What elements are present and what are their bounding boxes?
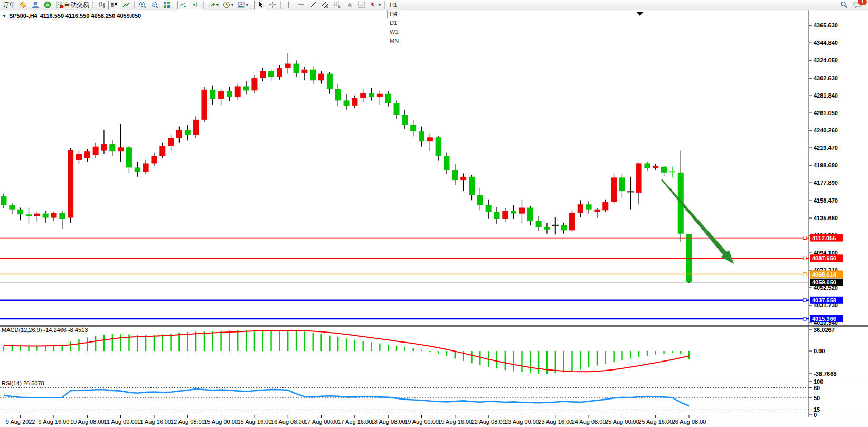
fibonacci-button[interactable]: F: [332, 1, 343, 10]
candle-body: [452, 170, 458, 180]
pane-separator[interactable]: [0, 325, 868, 326]
price-line-handle[interactable]: [803, 299, 806, 302]
horizontal-line-button[interactable]: [295, 1, 307, 10]
pane-separator[interactable]: [0, 379, 868, 379]
time-axis-label: 9 Aug 2022: [6, 419, 35, 425]
svg-text:A: A: [347, 2, 352, 9]
candle-body: [519, 208, 525, 214]
candlestick-chart-button[interactable]: [108, 1, 120, 10]
time-axis-label: 17 Aug 00:00: [304, 419, 338, 425]
templates-button[interactable]: ▾: [235, 1, 250, 10]
signals-broadcast-icon: [43, 1, 52, 9]
candle-body: [377, 94, 383, 97]
timeframe-button-h4[interactable]: H4: [387, 10, 400, 18]
candle-body: [494, 212, 499, 219]
text-label-button[interactable]: T: [356, 1, 367, 10]
candle-body: [644, 163, 650, 168]
notification-badge[interactable]: 1: [858, 0, 867, 5]
time-axis-label: 23 Aug 00:00: [505, 419, 539, 425]
periods-button[interactable]: ▾: [221, 1, 235, 10]
candle-body: [385, 94, 391, 103]
timeframe-button-d1[interactable]: D1: [387, 18, 400, 27]
signals-button[interactable]: [42, 1, 53, 10]
arrows-button[interactable]: ▾: [368, 1, 382, 10]
candle-body: [578, 204, 583, 213]
candle-body: [294, 64, 299, 73]
equidistant-channel-button[interactable]: E: [319, 1, 331, 10]
price-line-handle[interactable]: [803, 317, 806, 320]
pane-separator: [0, 415, 868, 415]
candlestick-chart-icon: [110, 1, 118, 9]
tile-windows-button[interactable]: [161, 1, 173, 10]
candle-body: [602, 202, 608, 210]
cursor-button[interactable]: [254, 1, 266, 10]
candle-body: [201, 90, 207, 120]
candle-body: [235, 86, 241, 97]
time-axis-label: 15 Aug 00:00: [204, 419, 238, 425]
candle-body: [1, 196, 7, 205]
price-axis-label: 4324.050: [814, 57, 838, 63]
autotrading-button[interactable]: 自动交易: [54, 1, 91, 10]
candle-body: [460, 177, 466, 180]
price-line-handle[interactable]: [803, 257, 806, 260]
chart-menu-triangle-icon[interactable]: ▼: [2, 14, 6, 18]
candle-body: [101, 144, 107, 151]
candle-body: [394, 103, 400, 115]
crosshair-button[interactable]: [267, 1, 278, 10]
candle-body: [68, 150, 73, 218]
community-button[interactable]: [30, 1, 41, 10]
chart-canvas[interactable]: 4365.6304344.8404324.0504302.6304281.840…: [0, 0, 868, 427]
auto-scroll-button[interactable]: [177, 1, 189, 10]
timeframe-button-mn[interactable]: MN: [387, 36, 401, 45]
chevron-down-icon: ▾: [231, 3, 233, 7]
text-icon: A: [345, 1, 354, 9]
mt4-window: 订单 自动交易: [0, 0, 868, 427]
macd-axis-label: -38.7668: [814, 371, 836, 377]
price-line-handle[interactable]: [803, 273, 806, 276]
pane-separator[interactable]: [0, 326, 868, 327]
time-axis-label: 12 Aug 08:00: [171, 419, 205, 425]
candle-body: [544, 227, 550, 230]
price-axis-label: 4198.680: [814, 162, 838, 168]
line-chart-button[interactable]: [120, 1, 132, 10]
candle-body: [611, 177, 617, 202]
time-axis-label: 11 Aug 00:00: [104, 419, 138, 425]
zoom-in-button[interactable]: [137, 1, 148, 10]
vertical-line-button[interactable]: [283, 1, 295, 10]
indicators-button[interactable]: ▾: [206, 1, 220, 10]
candle-body: [402, 115, 408, 125]
text-button[interactable]: A: [344, 1, 355, 10]
candle-body: [118, 147, 124, 151]
zoom-out-button[interactable]: [149, 1, 161, 10]
chart-shift-icon: [191, 1, 200, 9]
search-icon: [839, 1, 848, 9]
timeframe-group: M1M5M15M30H1H4D1W1MN: [387, 0, 403, 45]
price-line-handle[interactable]: [803, 236, 806, 240]
time-axis-label: 22 Aug 08:00: [471, 419, 506, 425]
svg-text:T: T: [361, 3, 364, 8]
candle-body: [436, 137, 441, 156]
pane-separator[interactable]: [0, 378, 868, 378]
time-axis-label: 19 Aug 00:00: [404, 419, 439, 425]
search-button[interactable]: [838, 1, 850, 10]
time-axis-label: 10 Aug 08:00: [70, 419, 105, 425]
candle-body: [335, 89, 341, 100]
trendline-button[interactable]: [307, 1, 319, 10]
candle-body: [126, 147, 132, 167]
candle-body: [151, 156, 157, 163]
new-order-button[interactable]: 订单: [1, 1, 17, 10]
candle-body: [444, 156, 449, 170]
candle-body: [502, 211, 508, 219]
bars-chart-button[interactable]: [96, 1, 108, 10]
rsi-axis-label: 50: [814, 395, 820, 401]
price-axis-label: 4156.470: [814, 197, 838, 204]
candle-body: [477, 195, 483, 205]
time-axis-label: 15 Aug 16:00: [237, 419, 271, 425]
candle: [569, 210, 575, 232]
candle-body: [17, 210, 23, 215]
metaeditor-button[interactable]: [17, 1, 29, 10]
timeframe-button-w1[interactable]: W1: [387, 27, 401, 36]
timeframe-button-h1[interactable]: H1: [387, 1, 400, 10]
chart-shift-button[interactable]: [190, 1, 201, 10]
pane-separator: [0, 416, 868, 416]
